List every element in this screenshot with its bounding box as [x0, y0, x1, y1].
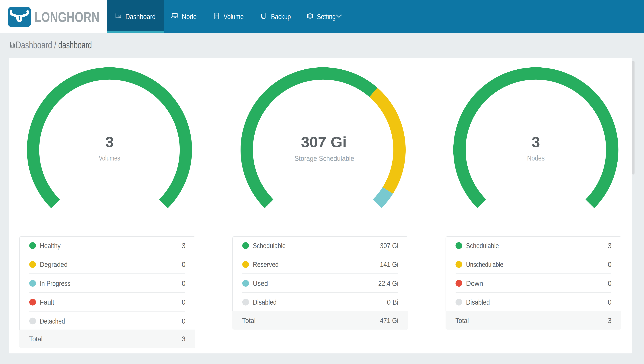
svg-text:0: 0 [182, 261, 186, 268]
svg-text:Node: Node [182, 12, 197, 21]
svg-text:3: 3 [182, 335, 186, 343]
svg-text:0: 0 [608, 298, 612, 306]
svg-text:dashboard: dashboard [58, 40, 92, 50]
svg-text:Dashboard: Dashboard [125, 12, 156, 21]
svg-text:Backup: Backup [271, 12, 291, 21]
svg-text:Total: Total [29, 335, 43, 343]
svg-text:3: 3 [608, 317, 612, 324]
svg-text:Total: Total [456, 317, 469, 324]
svg-text:3: 3 [608, 242, 612, 250]
svg-text:Volumes: Volumes [99, 154, 120, 162]
svg-text:Setting: Setting [317, 12, 336, 21]
svg-text:3: 3 [105, 134, 114, 150]
svg-text:0: 0 [182, 317, 186, 325]
svg-text:0: 0 [608, 280, 612, 287]
svg-text:LONGHORN: LONGHORN [34, 9, 100, 25]
svg-text:Schedulable: Schedulable [253, 242, 286, 250]
svg-text:0: 0 [182, 298, 186, 306]
svg-text:Reserved: Reserved [253, 261, 279, 268]
svg-text:Disabled: Disabled [253, 298, 277, 306]
svg-text:3: 3 [532, 134, 540, 150]
svg-text:Fault: Fault [40, 298, 54, 306]
svg-text:Unschedulable: Unschedulable [466, 261, 503, 268]
svg-text:/: / [52, 40, 58, 50]
svg-text:Degraded: Degraded [40, 261, 68, 268]
svg-text:Dashboard: Dashboard [16, 40, 52, 50]
svg-text:Used: Used [253, 280, 268, 287]
svg-text:Down: Down [466, 280, 483, 287]
svg-text:141 Gi: 141 Gi [380, 261, 398, 268]
svg-text:Schedulable: Schedulable [466, 242, 499, 250]
svg-text:307 Gi: 307 Gi [301, 134, 347, 150]
svg-text:In Progress: In Progress [40, 280, 70, 287]
svg-text:Healthy: Healthy [40, 242, 61, 250]
svg-text:Total: Total [242, 317, 256, 324]
svg-text:471 Gi: 471 Gi [380, 317, 398, 324]
svg-text:22.4 Gi: 22.4 Gi [378, 280, 398, 287]
svg-text:307 Gi: 307 Gi [380, 242, 398, 250]
svg-text:0 Bi: 0 Bi [387, 298, 398, 306]
svg-text:0: 0 [608, 261, 612, 268]
svg-text:Nodes: Nodes [527, 154, 545, 162]
svg-text:3: 3 [182, 242, 186, 250]
svg-text:Detached: Detached [40, 317, 65, 325]
svg-text:Volume: Volume [224, 12, 244, 21]
svg-text:Storage Schedulable: Storage Schedulable [295, 155, 354, 162]
svg-text:Disabled: Disabled [466, 298, 490, 306]
svg-text:0: 0 [182, 280, 186, 287]
